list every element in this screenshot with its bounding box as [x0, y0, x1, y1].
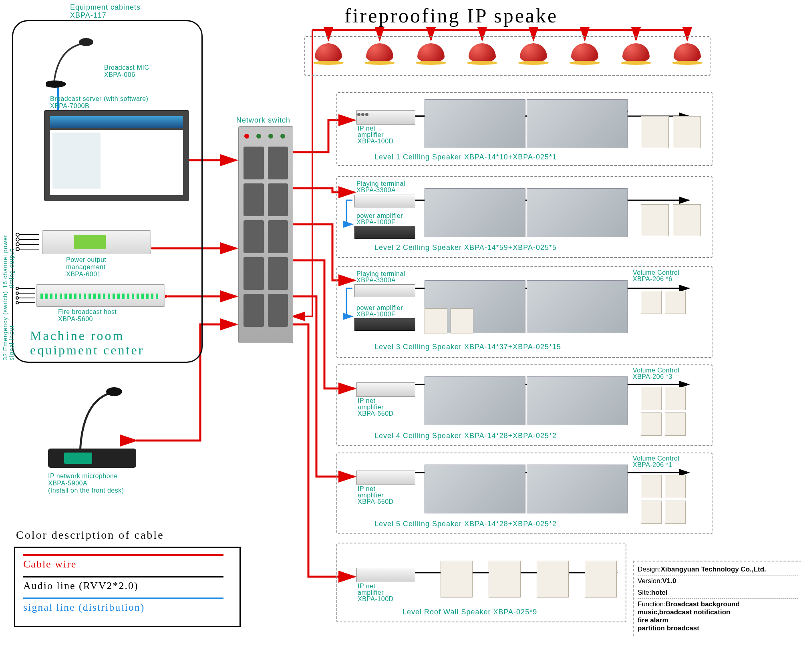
svg-point-23 [16, 238, 19, 241]
svg-point-29 [16, 302, 18, 304]
server-label-2: XBPA-7000B [50, 103, 89, 110]
wall-speaker-icon [441, 561, 473, 598]
info-version-k: Version: [638, 577, 662, 585]
connector-icon [15, 231, 43, 255]
info-design-k: Design: [638, 565, 661, 573]
fire-speaker-icon [417, 43, 445, 62]
l4-amp-l3: XBPA-650D [358, 410, 394, 417]
wall-speaker-icon [641, 412, 662, 436]
wall-speaker-icon [665, 412, 686, 436]
info-fn-v1: Broadcast background [666, 600, 740, 608]
ceiling-photo [527, 280, 628, 333]
volume-control-icon [665, 475, 686, 498]
svg-point-22 [16, 233, 19, 236]
level-1-amp [356, 110, 415, 125]
cabinet-model: XBPA-117 [70, 11, 107, 20]
info-fn-v3: fire alarm [638, 616, 668, 624]
ceiling-photo [527, 465, 628, 513]
pm-label-3: XBPA-6001 [66, 271, 101, 278]
wall-speaker-icon [489, 561, 521, 598]
volume-control-icon [641, 475, 662, 498]
wall-speaker-icon [673, 204, 701, 236]
l5-caption: Level 5 Ceilling Speaker XBPA-14*28+XBPA… [374, 520, 557, 528]
legend-box: Cable wire Audio line (RVV2*2.0) signal … [14, 547, 241, 627]
wall-speaker-icon [451, 308, 473, 334]
level-4-amp [356, 382, 415, 397]
ceiling-photo [425, 99, 525, 148]
l1-amp-l3: XBPA-100D [358, 138, 394, 145]
fire-speaker-icon [520, 43, 547, 62]
fire-speaker-icon [571, 43, 598, 62]
network-switch [238, 126, 293, 343]
l4-vol-l2: XBPA-206 *3 [633, 373, 672, 380]
l3-amp-l2: XBPA-1000F [356, 311, 395, 318]
volume-control-icon [641, 291, 662, 314]
l4-caption: Level 4 Ceilling Speaker XBPA-14*28+XBPA… [374, 432, 557, 440]
wall-speaker-icon [641, 204, 669, 236]
ceiling-photo [527, 188, 628, 237]
switch-label: Network switch [236, 116, 290, 125]
lroof-caption: Level Roof Wall Speaker XBPA-025*9 [403, 608, 537, 616]
wall-speaker-icon [673, 116, 701, 148]
info-site-v: hotel [651, 589, 668, 596]
fire-host-device [36, 284, 165, 307]
l5-vol-l2: XBPA-206 *1 [633, 461, 672, 469]
l2-caption: Level 2 Ceilling Speaker XBPA-14*59+XBPA… [374, 243, 557, 252]
connector-icon [15, 285, 39, 308]
level-2-amp [354, 226, 415, 239]
fire-speaker-icon [622, 43, 650, 62]
fire-speaker-icon [674, 43, 701, 62]
fh-label-2: XBPA-5600 [58, 316, 93, 323]
level-5-amp [356, 471, 415, 485]
front-mic-l1: IP network microphone [48, 473, 118, 480]
fire-speaker-icon [315, 43, 342, 62]
l1-caption: Level 1 Ceilling Speaker XBPA-14*10+XBPA… [374, 153, 557, 161]
l3-term-l2: XBPA-3300A [356, 277, 396, 284]
fh-label-1: Fire broadcast host [58, 308, 117, 316]
svg-point-21 [46, 80, 66, 88]
ceiling-photo [425, 465, 525, 513]
cabinet-title: Equipment cabinets [70, 3, 141, 12]
center-label-1: Machine room [30, 328, 125, 343]
info-fn-k: Function: [638, 600, 666, 608]
lroof-amp-l3: XBPA-100D [358, 596, 394, 603]
wall-speaker-icon [641, 116, 669, 148]
wall-speaker-icon [641, 501, 662, 524]
info-fn-v2: music,broadcast notification [638, 608, 730, 616]
volume-control-icon [665, 387, 686, 410]
svg-point-25 [16, 247, 19, 251]
volume-control-icon [641, 387, 662, 410]
wall-speaker-icon [425, 308, 447, 334]
wall-speaker-icon [537, 561, 569, 598]
fire-speaker-icon [469, 43, 496, 62]
info-design-v: Xibangyuan Technology Co.,Ltd. [661, 565, 766, 573]
pm-label-1: Power output [66, 256, 106, 264]
fireproofing-title: fireproofing IP speake [344, 4, 558, 27]
front-mic-l2: XBPA-5900A [48, 480, 87, 487]
svg-point-30 [106, 387, 122, 396]
side-label-32em-a: 32 Emergency (switch) [2, 276, 8, 360]
legend-signal: signal line (distribution) [23, 602, 231, 614]
info-fn-v4: partition broadcast [638, 624, 699, 632]
svg-point-26 [16, 287, 18, 290]
broadcast-mic-icon [46, 36, 106, 90]
ceiling-photo [527, 99, 628, 148]
alarm-row [315, 43, 701, 62]
wall-speaker-icon [585, 561, 617, 598]
ceiling-photo [527, 376, 628, 425]
l2-amp-l2: XBPA-1000F [356, 219, 395, 226]
level-3-amp [354, 318, 415, 331]
ceiling-photo [425, 376, 525, 425]
legend-title: Color description of cable [16, 529, 164, 541]
front-mic-l3: (Install on the front desk) [48, 487, 124, 494]
fire-speaker-icon [366, 43, 393, 62]
broadcast-server [44, 110, 189, 201]
center-label-2: equipment center [30, 343, 144, 358]
l3-caption: Level 3 Ceilling Speaker XBPA-14*37+XBPA… [374, 343, 561, 351]
l3-vol-l2: XBPA-206 *6 [633, 276, 672, 283]
svg-point-20 [79, 38, 93, 46]
info-version-v: V1.0 [662, 577, 676, 585]
svg-point-24 [16, 243, 19, 246]
legend-cable: Cable wire [23, 558, 231, 570]
side-label-32em-b: signal input [8, 276, 15, 360]
